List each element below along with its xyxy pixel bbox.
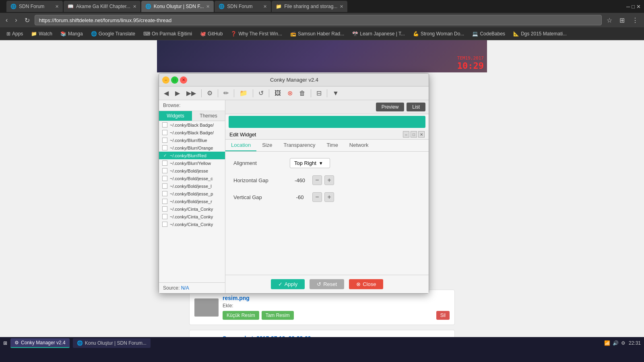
star-button[interactable]: ☆ <box>604 16 615 25</box>
edit-win-min[interactable]: – <box>403 131 409 138</box>
tab-close[interactable]: ✕ <box>263 4 267 9</box>
tab-transparency[interactable]: Transparency <box>278 140 321 151</box>
toolbar-folder-btn[interactable]: 📁 <box>237 88 250 99</box>
list-item[interactable]: ~/.conky/Blurr/Orange <box>159 144 225 152</box>
edit-win-max[interactable]: □ <box>411 131 417 138</box>
list-item[interactable]: ~/.conky/Bold/jesse <box>159 167 225 175</box>
address-bar[interactable] <box>35 15 602 25</box>
tab-file-sharing[interactable]: 📁 File sharing and storag... ✕ <box>272 1 347 12</box>
tab-sdn-forum-1[interactable]: 🌐 SDN Forum ✕ <box>6 1 63 12</box>
toolbar-image-btn[interactable]: 🖼 <box>272 88 283 99</box>
bookmark-translate[interactable]: 🌐 Google Translate <box>88 30 138 37</box>
checkbox[interactable] <box>162 214 167 219</box>
small-image-btn-1[interactable]: Küçük Resim <box>223 311 259 320</box>
bookmark-dgs[interactable]: 📐 Dgs 2015 Matemati... <box>510 30 570 37</box>
toolbar-refresh-btn[interactable]: ↺ <box>256 88 266 99</box>
conky-minimize-btn[interactable]: – <box>162 76 169 84</box>
checkbox[interactable] <box>162 191 167 196</box>
toolbar-play-btn[interactable]: ▶▶ <box>184 88 198 99</box>
checkbox[interactable] <box>162 122 167 128</box>
alignment-dropdown[interactable]: Top Right ▾ <box>290 158 330 168</box>
tab-close[interactable]: ✕ <box>206 4 210 9</box>
list-item[interactable]: ~/.conky/Black Badge/ <box>159 121 225 129</box>
checkbox[interactable] <box>162 138 167 143</box>
bookmark-github[interactable]: 🐙 GitHub <box>197 30 226 37</box>
list-button[interactable]: List <box>407 103 425 111</box>
vertical-gap-increase[interactable]: + <box>324 192 334 202</box>
bookmark-typing[interactable]: ⌨ On Parmak Eğitimi <box>140 30 195 37</box>
taskbar-item-forum[interactable]: 🌐 Konu Oluştur | SDN Forum... <box>73 338 151 348</box>
close-button[interactable]: ⊗ Close <box>349 279 383 289</box>
tab-time[interactable]: Time <box>321 140 343 151</box>
tab-widgets[interactable]: Widgets <box>159 111 192 121</box>
tab-sdn-forum-2[interactable]: 🌐 SDN Forum ✕ <box>215 1 271 12</box>
taskbar-item-conky[interactable]: ⚙ Conky Manager v2.4 <box>10 338 70 348</box>
tab-konu[interactable]: 🌐 Konu Oluştur | SDN F... ✕ <box>141 1 214 12</box>
tab-akame[interactable]: 📖 Akame Ga Kill! Chapter... ✕ <box>64 1 140 12</box>
conky-close-btn[interactable]: ✕ <box>180 76 187 84</box>
apply-button[interactable]: ✓ Apply <box>271 279 305 289</box>
horizontal-gap-increase[interactable]: + <box>324 175 334 185</box>
tab-close[interactable]: ✕ <box>340 4 343 9</box>
reload-button[interactable]: ↻ <box>22 16 32 25</box>
tab-size[interactable]: Size <box>256 140 278 151</box>
toolbar-trash-btn[interactable]: 🗑 <box>297 88 308 99</box>
bookmark-watch[interactable]: 📁 Watch <box>28 30 56 37</box>
checkbox[interactable] <box>162 160 167 166</box>
edit-win-close[interactable]: ✕ <box>418 131 425 138</box>
tab-themes[interactable]: Themes <box>192 111 225 121</box>
toolbar-settings-btn[interactable]: ⚙ <box>204 88 215 99</box>
list-item[interactable]: ~/.conky/Blurr/Blue <box>159 136 225 144</box>
win-minimize[interactable]: ─ <box>626 4 630 10</box>
list-item[interactable]: ~/.conky/Bold/jesse_l <box>159 182 225 190</box>
toolbar-edit-btn[interactable]: ✏ <box>221 88 231 99</box>
back-button[interactable]: ‹ <box>3 16 10 25</box>
list-item[interactable]: ~/.conky/Cinta_Conky <box>159 213 225 220</box>
bookmark-codebabes[interactable]: 💻 CodeBabes <box>469 30 508 37</box>
bookmark-why[interactable]: ❓ Why The First Win... <box>227 30 285 37</box>
toolbar-back-btn[interactable]: ◀ <box>161 88 171 99</box>
bookmark-japanese[interactable]: 🎌 Learn Japanese | T... <box>349 30 408 37</box>
checkbox[interactable] <box>162 168 167 173</box>
full-image-btn-1[interactable]: Tam Resim <box>262 311 294 320</box>
tab-network[interactable]: Network <box>344 140 374 151</box>
checkbox[interactable] <box>162 176 167 181</box>
tab-close[interactable]: ✕ <box>133 4 136 9</box>
forward-button[interactable]: › <box>12 16 19 25</box>
toolbar-stop-btn[interactable]: ⊗ <box>285 88 295 99</box>
vertical-gap-decrease[interactable]: − <box>312 192 322 202</box>
menu-button[interactable]: ⋮ <box>630 16 641 25</box>
bookmark-strongwoman[interactable]: 💪 Strong Woman Do... <box>410 30 468 37</box>
tab-location[interactable]: Location <box>225 140 256 151</box>
horizontal-gap-decrease[interactable]: − <box>312 175 322 185</box>
list-item[interactable]: ~/.conky/Blurr/Yellow <box>159 159 225 167</box>
list-item[interactable]: ~/.conky/Bold/jesse_p <box>159 190 225 197</box>
extensions-button[interactable]: ⊞ <box>617 16 627 25</box>
bookmark-apps[interactable]: ⊞ Apps <box>3 30 26 37</box>
checkbox-checked[interactable]: ✓ <box>162 153 167 158</box>
source-link[interactable]: N/A <box>181 285 189 291</box>
delete-btn-1[interactable]: Sil <box>436 311 450 320</box>
conky-maximize-btn[interactable]: □ <box>171 76 178 84</box>
checkbox[interactable] <box>162 145 167 150</box>
toolbar-more-btn[interactable]: ▼ <box>330 88 341 99</box>
bookmark-radio[interactable]: 📻 Samsun Haber Rad... <box>287 30 347 37</box>
checkbox[interactable] <box>162 199 167 204</box>
preview-button[interactable]: Preview <box>376 103 405 111</box>
list-item[interactable]: ~/.conky/Cinta_Conky <box>159 205 225 213</box>
checkbox[interactable] <box>162 206 167 212</box>
checkbox[interactable] <box>162 222 167 227</box>
tab-close[interactable]: ✕ <box>55 4 59 9</box>
list-item[interactable]: ~/.conky/Black Badge/ <box>159 129 225 136</box>
reset-button[interactable]: ↺ Reset <box>310 279 344 289</box>
list-item-selected[interactable]: ✓ ~/.conky/Blurr/Red <box>159 152 225 159</box>
taskbar-start[interactable]: ⊞ <box>3 340 7 346</box>
checkbox[interactable] <box>162 183 167 189</box>
bookmark-manga[interactable]: 📚 Manga <box>57 30 86 37</box>
toolbar-forward-btn[interactable]: ▶ <box>173 88 182 99</box>
list-item[interactable]: ~/.conky/Cinta_Conky <box>159 220 225 228</box>
win-maximize[interactable]: □ <box>632 4 635 10</box>
list-item[interactable]: ~/.conky/Bold/jesse_r <box>159 197 225 205</box>
checkbox[interactable] <box>162 130 167 135</box>
list-item[interactable]: ~/.conky/Bold/jesse_c <box>159 175 225 182</box>
